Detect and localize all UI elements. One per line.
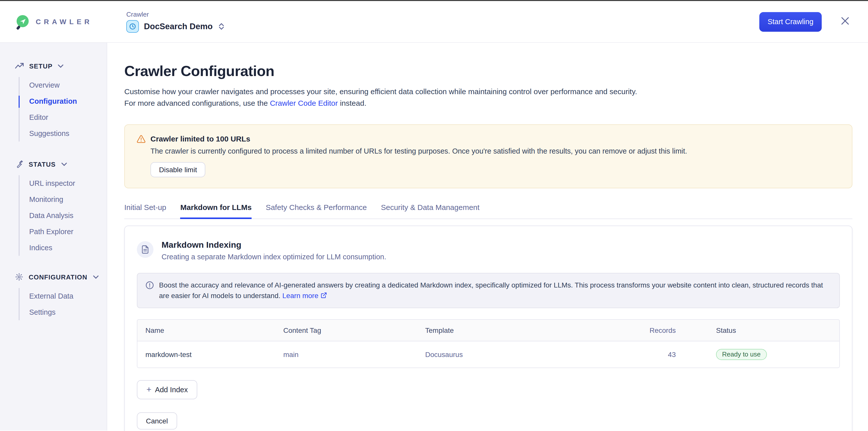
banner-title: Crawler limited to 100 URLs [151,135,250,143]
sidebar-configuration-items: External Data Settings [19,288,107,320]
url-limit-banner: Crawler limited to 100 URLs The crawler … [124,124,852,188]
sidebar-section-label: STATUS [29,161,56,168]
crawler-code-editor-link[interactable]: Crawler Code Editor [270,99,338,107]
disable-limit-button[interactable]: Disable limit [151,162,206,177]
banner-body: The crawler is currently configured to p… [151,147,840,155]
sidebar-section-label: SETUP [29,62,53,70]
description-line1: Customise how your crawler navigates and… [124,87,637,96]
cell-template: Docusaurus [417,341,618,368]
chevron-down-icon [61,162,67,166]
sidebar-item-path-explorer[interactable]: Path Explorer [20,224,107,240]
sidebar-section-setup[interactable]: SETUP [0,61,107,71]
sidebar-item-overview[interactable]: Overview [20,77,107,93]
sidebar-item-data-analysis[interactable]: Data Analysis [20,207,107,224]
card-title: Markdown Indexing [161,240,386,250]
info-text: Boost the accuracy and relevance of AI-g… [159,280,831,301]
gear-icon [15,273,23,281]
sidebar-item-external-data[interactable]: External Data [20,288,107,304]
config-tabs: Initial Set-up Markdown for LLMs Safety … [124,203,852,219]
document-icon [137,241,153,258]
col-header-records: Records [618,320,684,341]
sidebar-section-label: CONFIGURATION [29,273,87,281]
cancel-button[interactable]: Cancel [137,412,177,430]
col-header-status: Status [684,320,839,341]
trend-up-icon [15,63,24,69]
warning-triangle-icon [137,135,146,143]
project-switcher: Crawler DocSearch Demo [126,10,224,33]
info-box: Boost the accuracy and relevance of AI-g… [137,273,840,308]
project-select[interactable]: DocSearch Demo [126,20,224,33]
sidebar-item-suggestions[interactable]: Suggestions [20,125,107,142]
sidebar-status-items: URL inspector Monitoring Data Analysis P… [19,175,107,256]
tab-initial-setup[interactable]: Initial Set-up [124,203,166,219]
tab-markdown-for-llms[interactable]: Markdown for LLMs [180,203,252,219]
sidebar-item-configuration[interactable]: Configuration [20,93,107,109]
chevron-down-icon [93,275,98,279]
active-item-rail [19,96,20,108]
clock-icon [126,20,139,33]
info-icon [146,281,154,289]
markdown-indexing-card: Markdown Indexing Creating a separate Ma… [124,226,852,431]
card-subtitle: Creating a separate Markdown index optim… [161,253,386,261]
sidebar: SETUP Overview Configuration Editor Sugg… [0,43,107,431]
indexes-table: Name Content Tag Template Records Status… [137,319,840,368]
col-header-template: Template [417,320,618,341]
project-name: DocSearch Demo [144,22,213,31]
sidebar-item-indices[interactable]: Indices [20,240,107,256]
sidebar-section-configuration[interactable]: CONFIGURATION [0,272,107,282]
cell-status: Ready to use [684,341,839,368]
select-chevrons-icon [219,23,224,30]
crawler-logo-text: CRAWLER [36,18,93,26]
close-icon[interactable] [839,15,851,29]
cell-records: 43 [618,341,684,368]
page-description: Customise how your crawler navigates and… [124,86,852,109]
learn-more-link[interactable]: Learn more [282,291,318,299]
status-badge: Ready to use [716,349,767,360]
sidebar-item-settings[interactable]: Settings [20,304,107,320]
chevron-down-icon [58,64,64,68]
page-title: Crawler Configuration [124,63,852,80]
main-content: Crawler Configuration Customise how your… [107,43,868,431]
crawler-logo: CRAWLER [17,15,112,28]
start-crawling-button[interactable]: Start Crawling [759,12,822,31]
add-index-label: Add Index [155,386,188,394]
app-window: CRAWLER Crawler DocSearch Demo Start Cra… [0,0,868,431]
wrench-icon [15,160,23,168]
sidebar-setup-items: Overview Configuration Editor Suggestion… [19,77,107,142]
cell-content-tag: main [275,341,417,368]
top-header: CRAWLER Crawler DocSearch Demo Start Cra… [0,1,868,43]
tab-security-data-management[interactable]: Security & Data Management [381,203,479,219]
col-header-name: Name [137,320,275,341]
description-line2-suffix: instead. [338,99,366,107]
plus-icon: + [147,385,151,395]
description-line2-prefix: For more advanced configurations, use th… [124,99,270,107]
external-link-icon[interactable] [320,292,327,298]
sidebar-item-monitoring[interactable]: Monitoring [20,191,107,207]
crawler-logo-icon [17,15,30,28]
project-switcher-label: Crawler [126,10,224,18]
sidebar-item-editor[interactable]: Editor [20,109,107,125]
cell-name: markdown-test [137,341,275,368]
sidebar-item-url-inspector[interactable]: URL inspector [20,175,107,191]
col-header-content-tag: Content Tag [275,320,417,341]
table-header-row: Name Content Tag Template Records Status [137,320,839,341]
sidebar-section-status[interactable]: STATUS [0,159,107,169]
tab-safety-checks-performance[interactable]: Safety Checks & Performance [266,203,367,219]
table-row[interactable]: markdown-test main Docusaurus 43 Ready t… [137,341,839,368]
add-index-button[interactable]: + Add Index [137,380,197,399]
